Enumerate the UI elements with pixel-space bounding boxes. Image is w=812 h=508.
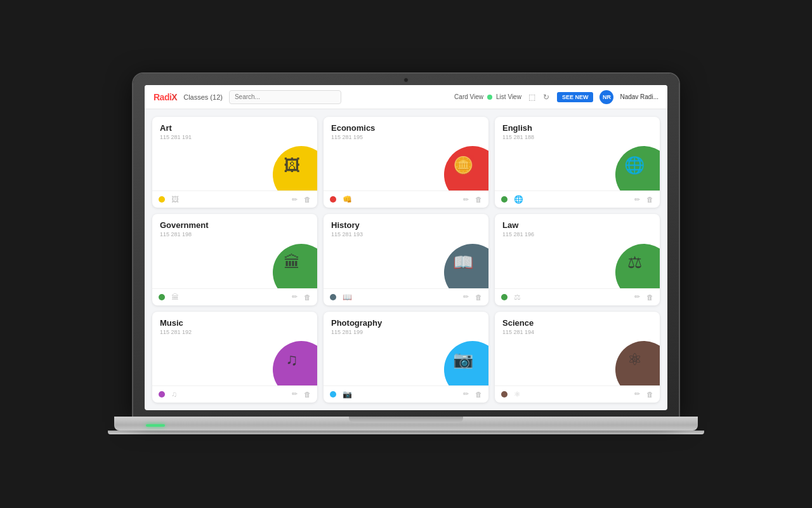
card-id-science: 115 281 194 [502,329,534,335]
edit-button-science[interactable]: ✏ [634,390,640,398]
delete-button-government[interactable]: 🗑 [304,293,311,301]
edit-button-economics[interactable]: ✏ [463,196,469,204]
laptop-base [114,417,698,431]
user-name: Nadav Radi... [620,93,658,100]
card-icon-container-music: ♫ [266,335,317,385]
delete-button-music[interactable]: 🗑 [304,391,311,398]
card-government[interactable]: Government 115 281 198 🏛 🏛 ✏ 🗑 [152,214,317,305]
card-law[interactable]: Law 115 281 196 ⚖ ⚖ ✏ 🗑 [495,214,660,305]
footer-icon-law: ⚖ [514,293,521,302]
footer-dot-english [501,196,508,203]
footer-icon-history: 📖 [343,293,352,302]
image-icon[interactable]: ⬚ [528,93,537,102]
delete-button-history[interactable]: 🗑 [475,293,482,301]
card-title-photography: Photography [331,318,382,328]
card-icon-container-economics: 🪙 [438,140,488,190]
card-icon-container-photography: 📷 [438,335,488,385]
edit-button-english[interactable]: ✏ [634,196,640,204]
laptop-shell: RadiX Classes (12) Card View List View ⬚… [133,74,679,434]
card-footer-art: 🖼 ✏ 🗑 [152,190,317,208]
card-info-english: English 115 281 188 [502,123,534,140]
footer-icon-photography: 📷 [343,390,352,399]
edit-button-music[interactable]: ✏ [292,390,298,398]
card-title-government: Government [160,220,209,230]
header-icons: ⬚ ↻ [528,93,551,102]
card-icon-music: ♫ [285,350,298,370]
card-english[interactable]: English 115 281 188 🌐 🌐 ✏ 🗑 [495,117,660,208]
card-info-government: Government 115 281 198 [160,220,209,237]
card-icon-container-english: 🌐 [609,140,660,190]
footer-icon-government: 🏛 [171,293,179,302]
refresh-icon[interactable]: ↻ [542,93,551,102]
view-toggle[interactable]: Card View List View [454,93,521,100]
footer-dot-history [330,294,336,300]
screen: RadiX Classes (12) Card View List View ⬚… [145,85,667,410]
card-icon-container-history: 📖 [438,237,488,288]
card-view-label: Card View [454,93,483,100]
card-id-law: 115 281 196 [502,231,534,237]
logo-text: Radi [154,92,171,102]
footer-dot-law [501,294,508,300]
card-title-english: English [502,123,534,133]
card-icon-science: ⚛ [627,350,642,370]
delete-button-economics[interactable]: 🗑 [475,196,482,203]
card-footer-history: 📖 ✏ 🗑 [324,288,488,305]
card-top-music: Music 115 281 192 ♫ [152,312,317,385]
new-button[interactable]: SEE NEW [557,92,594,102]
card-economics[interactable]: Economics 115 281 195 🪙 👊 ✏ 🗑 [324,117,488,208]
card-title-history: History [331,220,363,230]
card-top-history: History 115 281 193 📖 [324,214,488,288]
power-light [146,424,165,427]
card-info-economics: Economics 115 281 195 [331,123,375,140]
card-id-art: 115 281 191 [160,134,192,140]
edit-button-history[interactable]: ✏ [463,293,469,301]
app: RadiX Classes (12) Card View List View ⬚… [145,85,667,410]
footer-dot-photography [330,391,336,398]
card-icon-container-government: 🏛 [266,237,317,288]
card-footer-science: ⚛ ✏ 🗑 [495,385,660,403]
card-science[interactable]: Science 115 281 194 ⚛ ⚛ ✏ 🗑 [495,312,660,403]
card-icon-government: 🏛 [284,253,300,272]
card-title-economics: Economics [331,123,375,133]
card-info-photography: Photography 115 281 199 [331,318,382,335]
card-top-english: English 115 281 188 🌐 [495,117,660,190]
delete-button-photography[interactable]: 🗑 [475,391,482,398]
card-view-dot [487,95,492,100]
footer-icon-english: 🌐 [514,195,523,204]
card-footer-music: ♫ ✏ 🗑 [152,385,317,403]
edit-button-government[interactable]: ✏ [292,293,298,301]
card-icon-container-law: ⚖ [609,237,660,288]
card-top-law: Law 115 281 196 ⚖ [495,214,660,288]
delete-button-science[interactable]: 🗑 [646,391,653,398]
card-id-music: 115 281 192 [160,329,192,335]
card-icon-container-art: 🖼 [266,140,317,190]
card-footer-law: ⚖ ✏ 🗑 [495,288,660,305]
card-footer-photography: 📷 ✏ 🗑 [324,385,488,403]
laptop-bottom [108,431,704,434]
card-top-art: Art 115 281 191 🖼 [152,117,317,190]
delete-button-english[interactable]: 🗑 [646,196,653,203]
delete-button-law[interactable]: 🗑 [646,293,653,301]
card-music[interactable]: Music 115 281 192 ♫ ♫ ✏ 🗑 [152,312,317,403]
avatar: NR [599,90,613,104]
card-icon-history: 📖 [453,253,473,272]
header: RadiX Classes (12) Card View List View ⬚… [145,85,667,109]
card-history[interactable]: History 115 281 193 📖 📖 ✏ 🗑 [324,214,488,305]
edit-button-photography[interactable]: ✏ [463,390,469,398]
card-info-art: Art 115 281 191 [160,123,192,140]
card-top-economics: Economics 115 281 195 🪙 [324,117,488,190]
card-art[interactable]: Art 115 281 191 🖼 🖼 ✏ 🗑 [152,117,317,208]
search-input[interactable] [229,90,341,104]
list-view-label: List View [496,93,521,100]
card-id-economics: 115 281 195 [331,134,375,140]
card-id-government: 115 281 198 [160,231,209,237]
edit-button-law[interactable]: ✏ [634,293,640,301]
footer-dot-art [159,196,165,203]
card-footer-government: 🏛 ✏ 🗑 [152,288,317,305]
card-photography[interactable]: Photography 115 281 199 📷 📷 ✏ 🗑 [324,312,488,403]
footer-icon-music: ♫ [171,390,177,399]
cards-grid: Art 115 281 191 🖼 🖼 ✏ 🗑 Economics 115 28… [145,109,667,410]
card-top-government: Government 115 281 198 🏛 [152,214,317,288]
edit-button-art[interactable]: ✏ [292,196,298,204]
delete-button-art[interactable]: 🗑 [304,196,311,203]
